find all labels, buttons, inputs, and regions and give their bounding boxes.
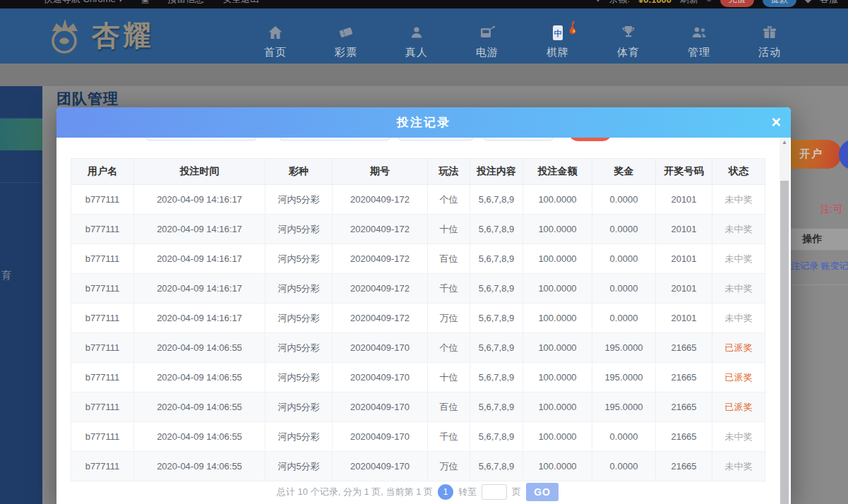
go-button[interactable]: GO (526, 483, 559, 501)
table-cell: 100.0000 (523, 422, 592, 452)
nav-item-live[interactable]: 真人 (388, 24, 445, 59)
table-cell: b777111 (71, 244, 134, 274)
column-header: 状态 (712, 159, 765, 185)
note-text: 注:可 (820, 203, 843, 216)
transfer-icon[interactable]: » (707, 0, 712, 4)
withdraw-button[interactable]: 提款 (763, 0, 796, 7)
table-cell: 21665 (656, 392, 712, 422)
nav-label: 彩票 (318, 46, 374, 59)
table-cell: 河内5分彩 (265, 215, 333, 244)
table-cell: 百位 (428, 392, 470, 422)
person-icon (388, 24, 445, 42)
modal-scrollbar[interactable]: ▲ (780, 138, 789, 504)
sidebar-item[interactable] (0, 86, 42, 119)
table-cell: b777111 (71, 422, 134, 452)
table-cell: 河内5分彩 (265, 333, 333, 363)
table-cell: 20200409-170 (333, 392, 428, 422)
nav-item-activity[interactable]: 活动 (741, 24, 798, 59)
column-header: 投注内容 (470, 159, 523, 185)
table-cell: 100.0000 (523, 304, 592, 333)
reserved-info-link[interactable]: 预留信息 (167, 0, 204, 6)
table-cell: 100.0000 (523, 363, 592, 392)
table-cell: b777111 (71, 215, 134, 244)
recharge-button[interactable]: 充值 (720, 0, 754, 7)
goto-label: 转至 (458, 486, 477, 498)
table-cell: 2020-04-09 14:06:55 (134, 333, 265, 363)
goto-page-input[interactable] (482, 484, 507, 500)
nav-item-boardgames[interactable]: 中 棋牌 (530, 24, 586, 59)
table-cell: 20200409-170 (333, 333, 428, 363)
nav-item-egames[interactable]: 电游 (459, 24, 515, 59)
nav-item-sports[interactable]: 体育 (600, 24, 657, 59)
table-cell: 20200409-170 (333, 363, 428, 392)
table-cell: 十位 (428, 363, 470, 392)
table-cell: b777111 (71, 452, 134, 481)
table-cell: 5,6,7,8,9 (470, 363, 523, 392)
table-cell: 20101 (656, 215, 712, 244)
table-cell: 20200409-172 (333, 274, 428, 304)
nav-item-management[interactable]: 管理 (671, 24, 727, 59)
nav-item-lottery[interactable]: 彩票 (318, 24, 374, 59)
ticket-icon (318, 24, 374, 42)
logout-link[interactable]: 安全退出 (222, 0, 259, 6)
table-cell: 5,6,7,8,9 (470, 215, 523, 244)
table-cell: 2020-04-09 14:16:17 (134, 244, 265, 274)
status-cell: 未中奖 (712, 304, 765, 333)
table-cell: 20101 (656, 274, 712, 304)
trophy-icon (600, 24, 657, 42)
column-header: 期号 (333, 159, 428, 185)
table-cell: 21665 (656, 363, 712, 392)
column-header: 投注时间 (134, 159, 265, 185)
sidebar-item[interactable] (0, 150, 42, 183)
column-header: 投注金额 (523, 159, 592, 185)
scroll-up-icon[interactable]: ▲ (780, 139, 789, 145)
quick-nav-select[interactable]: 快速导航 Chrome ▾ (44, 0, 123, 6)
close-icon[interactable]: × (772, 112, 781, 132)
table-cell: 0.0000 (592, 274, 656, 304)
nav-label: 体育 (600, 46, 657, 59)
crown-emblem-icon (42, 13, 86, 58)
link-circle-button[interactable]: ∞ (839, 139, 848, 170)
table-row: b7771112020-04-09 14:16:17河内5分彩20200409-… (71, 185, 765, 215)
table-cell: 195.0000 (592, 363, 656, 392)
table-row: b7771112020-04-09 14:06:55河内5分彩20200409-… (71, 333, 765, 363)
message-icon[interactable]: ▣ (141, 0, 149, 4)
table-cell: 2020-04-09 14:06:55 (134, 422, 265, 452)
table-cell: 河内5分彩 (265, 392, 333, 422)
nav-item-home[interactable]: 首页 (247, 24, 304, 59)
status-cell: 未中奖 (712, 452, 765, 481)
sidebar-item-active[interactable] (0, 119, 42, 150)
table-cell: 河内5分彩 (265, 422, 333, 452)
table-cell: b777111 (71, 363, 134, 392)
table-cell: 20200409-170 (333, 422, 428, 452)
table-cell: 21665 (656, 333, 712, 363)
table-cell: 个位 (428, 185, 470, 215)
service-link[interactable]: 客服 (820, 0, 838, 6)
table-cell: 2020-04-09 14:06:55 (134, 392, 265, 422)
scrollbar-thumb[interactable] (780, 181, 789, 504)
nav-label: 管理 (671, 46, 727, 59)
table-cell: b777111 (71, 392, 134, 422)
table-cell: 100.0000 (523, 244, 592, 274)
heart-icon: ♥ (595, 0, 600, 4)
nav-label: 棋牌 (530, 46, 586, 59)
site-logo[interactable]: 杏耀 (42, 13, 154, 58)
table-cell: 0.0000 (592, 244, 656, 274)
column-header: 奖金 (592, 159, 656, 185)
column-header: 开奖号码 (656, 159, 712, 185)
table-row: b7771112020-04-09 14:06:55河内5分彩20200409-… (71, 452, 765, 481)
table-cell: 5,6,7,8,9 (470, 333, 523, 363)
column-header: 用户名 (71, 159, 134, 185)
table-cell: 千位 (428, 274, 470, 304)
balance-label: 余额: (609, 0, 630, 6)
refresh-link[interactable]: 刷新 (680, 0, 698, 6)
row-action-links[interactable]: 投注记录 账变记录 (782, 260, 848, 272)
table-cell: 100.0000 (523, 185, 592, 215)
page-number-button[interactable]: 1 (438, 484, 453, 500)
table-cell: 21665 (656, 422, 712, 452)
status-cell: 未中奖 (712, 422, 765, 452)
table-cell: 0.0000 (592, 215, 656, 244)
bet-table-head-row: 用户名投注时间彩种期号玩法投注内容投注金额奖金开奖号码状态 (71, 159, 765, 185)
nav-label: 真人 (388, 46, 445, 59)
table-cell: 千位 (428, 422, 470, 452)
